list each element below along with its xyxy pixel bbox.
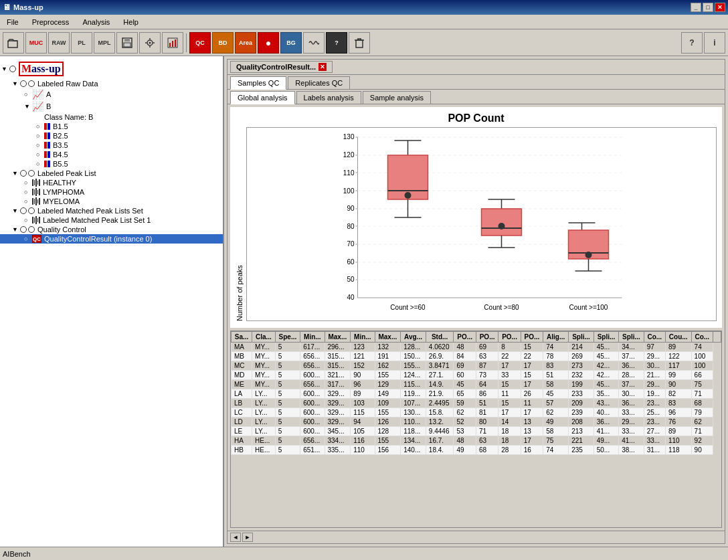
table-row[interactable]: MDMY...5600...321...90155124...27.1.6073… — [232, 371, 721, 380]
menu-preprocess[interactable]: Preprocess — [28, 17, 74, 27]
tree-node-quality-control[interactable]: ▼ Quality Control — [0, 225, 223, 234]
expand-a[interactable]: ○ — [24, 91, 32, 98]
table-header-cell[interactable]: Avg... — [401, 332, 426, 343]
open-button[interactable] — [3, 32, 24, 54]
scroll-left-button[interactable]: ◄ — [230, 533, 241, 542]
table-header-cell[interactable]: Co... — [691, 332, 713, 343]
qc-button[interactable]: QC — [189, 32, 211, 54]
tree-node-labeled-peak-list[interactable]: ▼ Labeled Peak List — [0, 169, 223, 178]
table-row[interactable]: MCMY...5656...315...152162155...3.847169… — [232, 361, 721, 371]
table-cell: 83 — [665, 399, 691, 408]
mpl-button[interactable]: MPL — [94, 32, 115, 54]
table-row[interactable]: MAMY...5617...296...123132128...4.062048… — [232, 343, 721, 352]
tree-node-b5[interactable]: ○ B5.5 — [0, 159, 223, 169]
menu-help[interactable]: Help — [119, 17, 143, 27]
table-header-cell[interactable]: Spli... — [619, 332, 644, 343]
question-button[interactable]: ? — [326, 32, 347, 54]
tab-close-button[interactable]: ✕ — [318, 63, 327, 71]
table-cell: 75 — [543, 436, 569, 446]
muc-button[interactable]: MUC — [25, 32, 47, 54]
red-dot-button[interactable]: ● — [258, 32, 279, 54]
table-header-cell[interactable]: Min... — [351, 332, 375, 343]
save-button[interactable] — [116, 32, 138, 54]
tab-labels-analysis[interactable]: Labels analysis — [296, 91, 361, 104]
tree-node-lymphoma[interactable]: ○ LYMPHOMA — [0, 187, 223, 197]
table-header-cell[interactable]: PO... — [521, 332, 543, 343]
expand-qc[interactable]: ▼ — [12, 226, 20, 233]
expand-b[interactable]: ▼ — [24, 103, 32, 110]
table-cell: 92 — [691, 436, 713, 446]
table-header-cell[interactable]: Co... — [644, 332, 665, 343]
tree-node-labeled-matched[interactable]: ▼ Labeled Matched Peak Lists Set — [0, 206, 223, 215]
tree-node-labeled-raw-data[interactable]: ▼ Labeled Raw Data — [0, 79, 223, 88]
table-row[interactable]: MBMY...5656...315...121191150...26.9.846… — [232, 352, 721, 361]
table-cell: 329... — [325, 389, 351, 399]
close-button[interactable]: ✕ — [715, 3, 725, 12]
table-cell: 34... — [619, 343, 644, 352]
chart-button[interactable] — [162, 32, 183, 54]
tree-panel: ▼ Mass-up ▼ Labeled Raw Data ○ 📈 A ▼ 📈 B… — [0, 56, 224, 547]
tree-node-b4[interactable]: ○ B4.5 — [0, 150, 223, 159]
tab-sample-analysis[interactable]: Sample analysis — [363, 91, 431, 104]
svg-text:60: 60 — [347, 258, 355, 266]
bd-button[interactable]: BD — [212, 32, 234, 54]
table-row[interactable]: LBLY...5600...329...103109107...2.449559… — [232, 399, 721, 408]
tree-node-b1[interactable]: ○ B1.5 — [0, 122, 223, 131]
tree-root-circle — [9, 66, 16, 72]
pl-button[interactable]: PL — [71, 32, 92, 54]
table-row[interactable]: LDLY...5600...329...94126110...13.2.5280… — [232, 417, 721, 427]
menu-analysis[interactable]: Analysis — [78, 17, 114, 27]
table-row[interactable]: LCLY...5600...329...115155130...15.8.628… — [232, 408, 721, 417]
table-row[interactable]: HBHE...5651...335...110156140...18.4.496… — [232, 446, 721, 455]
table-header-cell[interactable]: Sa... — [232, 332, 252, 343]
expand-labeled-peak[interactable]: ▼ — [12, 170, 20, 177]
table-header-cell[interactable]: Min... — [300, 332, 325, 343]
tree-root-expand[interactable]: ▼ — [1, 66, 9, 72]
table-header-cell[interactable]: PO... — [476, 332, 498, 343]
table-row[interactable]: LELY...5600...345...105128118...9.444653… — [232, 427, 721, 436]
table-header-cell[interactable]: PO... — [454, 332, 476, 343]
tree-node-b3[interactable]: ○ B3.5 — [0, 141, 223, 150]
bg-button[interactable]: BG — [280, 32, 302, 54]
table-header-cell[interactable]: Cla... — [252, 332, 276, 343]
raw-button[interactable]: RAW — [48, 32, 70, 54]
table-header-cell[interactable]: Spli... — [594, 332, 618, 343]
config-button[interactable] — [139, 32, 161, 54]
expand-labeled-raw[interactable]: ▼ — [12, 80, 20, 87]
table-header-cell[interactable]: Std... — [426, 332, 454, 343]
table-header-cell[interactable]: PO... — [498, 332, 521, 343]
table-header-cell[interactable]: Alig... — [543, 332, 569, 343]
table-row[interactable]: MEMY...5656...317...96129115...14.9.4564… — [232, 380, 721, 389]
tree-node-b[interactable]: ▼ 📈 B — [0, 100, 223, 112]
minimize-button[interactable]: _ — [691, 3, 701, 12]
tree-node-set1[interactable]: ○ Labeled Matched Peak List Set 1 — [0, 215, 223, 225]
tree-node-a[interactable]: ○ 📈 A — [0, 88, 223, 100]
table-header-cell[interactable]: Spli... — [569, 332, 594, 343]
table-cell: MY... — [252, 380, 276, 389]
expand-matched[interactable]: ▼ — [12, 207, 20, 214]
scroll-right-button[interactable]: ► — [242, 533, 253, 542]
table-header-cell[interactable]: Spe... — [275, 332, 300, 343]
table-header-cell[interactable]: Cou... — [665, 332, 691, 343]
wave-button[interactable] — [303, 32, 325, 54]
table-header-cell[interactable]: Max... — [375, 332, 401, 343]
tab-global-analysis[interactable]: Global analysis — [230, 91, 295, 104]
tab-replicates-qc[interactable]: Replicates QC — [288, 76, 350, 89]
help-button[interactable]: ? — [681, 32, 703, 54]
info-button[interactable]: i — [704, 32, 725, 54]
tree-node-b2[interactable]: ○ B2.5 — [0, 131, 223, 141]
tree-node-qc-result[interactable]: ○ QC QualityControlResult (instance 0) — [0, 234, 223, 244]
area-button[interactable]: Area — [235, 32, 256, 54]
table-cell: LE — [232, 427, 252, 436]
tree-node-healthy[interactable]: ○ HEALTHY — [0, 178, 223, 187]
data-table-container[interactable]: Sa...Cla...Spe...Min...Max...Min...Max..… — [230, 331, 722, 528]
table-header-cell[interactable]: Max... — [325, 332, 351, 343]
menu-file[interactable]: File — [3, 17, 23, 27]
table-cell: 29... — [644, 380, 665, 389]
table-row[interactable]: HAHE...5656...334...116155134...16.7.486… — [232, 436, 721, 446]
tree-node-myeloma[interactable]: ○ MYELOMA — [0, 197, 223, 206]
tab-samples-qc[interactable]: Samples QC — [230, 76, 286, 90]
trash-button[interactable] — [349, 32, 370, 54]
table-row[interactable]: LALY...5600...329...89149119...21.9.6586… — [232, 389, 721, 399]
maximize-button[interactable]: □ — [703, 3, 713, 12]
